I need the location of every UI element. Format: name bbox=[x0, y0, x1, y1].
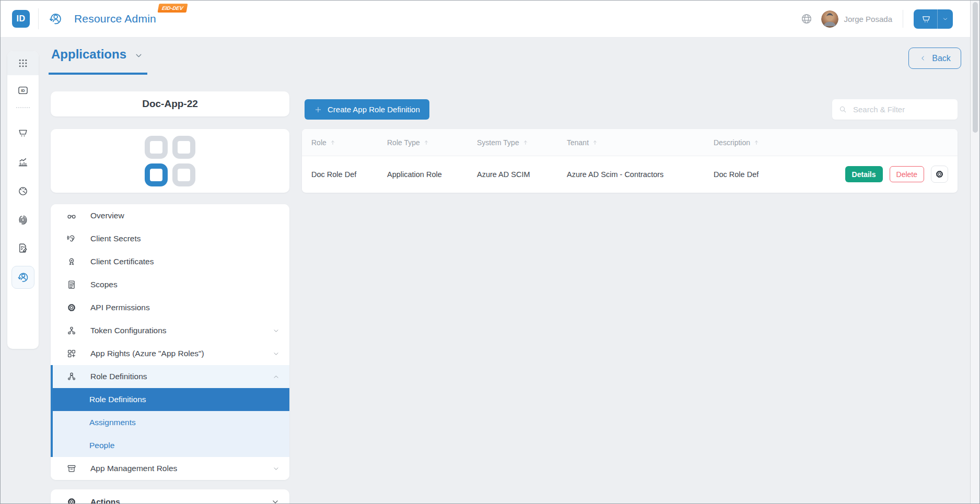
gear-icon bbox=[66, 302, 77, 313]
create-app-role-definition-button[interactable]: Create App Role Definition bbox=[305, 99, 429, 120]
person-network-icon bbox=[66, 371, 77, 382]
scrollbar-thumb[interactable] bbox=[973, 2, 978, 133]
menu-item-client-certificates[interactable]: Client Certificates bbox=[51, 250, 289, 273]
tile-square bbox=[172, 163, 195, 186]
cart-icon bbox=[17, 127, 29, 138]
column-header-tenant[interactable]: Tenant bbox=[557, 138, 704, 147]
back-button[interactable]: Back bbox=[908, 48, 961, 69]
menu-item-api-permissions[interactable]: API Permissions bbox=[51, 296, 289, 319]
chevron-left-icon bbox=[919, 54, 927, 62]
glasses-icon bbox=[66, 210, 77, 221]
chevron-down-icon bbox=[272, 465, 280, 473]
brand-logo[interactable]: ID bbox=[12, 10, 30, 28]
rail-item-cart[interactable] bbox=[17, 127, 29, 138]
role-definitions-table: Role Role Type System Type Tenant Descri… bbox=[302, 129, 958, 193]
tile-square-accent bbox=[145, 163, 168, 186]
id-badge-icon bbox=[17, 85, 29, 96]
create-button-label: Create App Role Definition bbox=[328, 105, 420, 114]
chevron-down-icon bbox=[134, 51, 144, 61]
person-sync-icon bbox=[48, 11, 63, 26]
actions-label: Actions bbox=[90, 497, 120, 504]
header-divider-2 bbox=[903, 10, 903, 28]
row-settings-button[interactable] bbox=[931, 166, 948, 183]
cell-role: Doc Role Def bbox=[302, 170, 378, 179]
menu-item-scopes[interactable]: Scopes bbox=[51, 273, 289, 296]
app-name-card: Doc-App-22 bbox=[51, 91, 289, 116]
menu-item-label: Overview bbox=[90, 211, 124, 220]
gear-icon bbox=[66, 497, 77, 504]
app-section-menu: Overview Client Secrets Client Certifica… bbox=[51, 204, 289, 480]
column-label: Tenant bbox=[567, 138, 589, 147]
menu-item-actions[interactable]: Actions bbox=[51, 489, 289, 504]
menu-subitem-role-definitions[interactable]: Role Definitions bbox=[51, 388, 289, 411]
gauge-icon bbox=[17, 185, 29, 197]
back-button-label: Back bbox=[932, 54, 951, 63]
ear-icon bbox=[66, 233, 77, 244]
column-label: Role Type bbox=[387, 138, 420, 147]
menu-item-app-rights[interactable]: App Rights (Azure "App Roles") bbox=[51, 342, 289, 365]
rail-item-id-badge[interactable] bbox=[17, 85, 29, 96]
rail-item-gauge[interactable] bbox=[17, 185, 29, 197]
active-tab-underline bbox=[49, 73, 147, 75]
delete-button[interactable]: Delete bbox=[890, 166, 924, 182]
header-left: ID Resource Admin EID-DEV bbox=[12, 8, 156, 29]
grid-plus-icon bbox=[66, 348, 77, 359]
column-header-description[interactable]: Description bbox=[704, 138, 958, 147]
search-icon bbox=[838, 105, 847, 114]
document-lines-icon bbox=[66, 279, 77, 290]
rail-item-identity[interactable] bbox=[17, 214, 29, 226]
actions-card: Actions bbox=[51, 489, 289, 504]
menu-subitem-people[interactable]: People bbox=[51, 434, 289, 457]
environment-badge: EID-DEV bbox=[157, 4, 188, 13]
icon-rail bbox=[7, 51, 39, 349]
rail-item-resource-admin-active[interactable] bbox=[11, 266, 34, 289]
app-header: ID Resource Admin EID-DEV Jorge Posada bbox=[1, 1, 971, 38]
globe-icon[interactable] bbox=[800, 13, 813, 25]
tile-square bbox=[172, 136, 195, 159]
search-input[interactable] bbox=[852, 104, 951, 114]
page-title: Applications bbox=[51, 47, 126, 62]
app-title[interactable]: Resource Admin bbox=[74, 13, 156, 25]
sort-asc-icon bbox=[522, 139, 529, 146]
column-label: Description bbox=[714, 138, 750, 147]
chevron-down-icon bbox=[272, 350, 280, 358]
person-sync-icon bbox=[17, 271, 29, 284]
menu-item-client-secrets[interactable]: Client Secrets bbox=[51, 227, 289, 250]
archive-icon bbox=[66, 463, 77, 474]
tile-square bbox=[145, 136, 168, 159]
menu-item-app-management-roles[interactable]: App Management Roles bbox=[51, 457, 289, 480]
header-divider bbox=[38, 8, 39, 29]
document-edit-icon bbox=[17, 242, 29, 254]
menu-item-label: Client Secrets bbox=[90, 234, 141, 243]
chevron-down-icon[interactable] bbox=[942, 16, 949, 22]
menu-item-overview[interactable]: Overview bbox=[51, 204, 289, 227]
menu-item-token-configurations[interactable]: Token Configurations bbox=[51, 319, 289, 342]
menu-subitem-assignments[interactable]: Assignments bbox=[51, 411, 289, 434]
search-filter-box bbox=[832, 99, 958, 120]
sort-asc-icon bbox=[330, 139, 336, 146]
rail-item-analytics[interactable] bbox=[17, 156, 29, 168]
sort-asc-icon bbox=[753, 139, 760, 146]
page-scrollbar[interactable] bbox=[970, 1, 979, 503]
sort-asc-icon bbox=[592, 139, 598, 146]
column-header-role[interactable]: Role bbox=[302, 138, 378, 147]
cell-role-type: Application Role bbox=[378, 170, 468, 179]
page-title-dropdown[interactable]: Applications bbox=[51, 47, 144, 62]
user-name[interactable]: Jorge Posada bbox=[844, 15, 892, 24]
rail-item-audit[interactable] bbox=[17, 242, 29, 254]
apps-launcher-button[interactable] bbox=[7, 51, 39, 75]
apps-grid-icon bbox=[18, 58, 28, 68]
column-header-role-type[interactable]: Role Type bbox=[378, 138, 468, 147]
column-header-system-type[interactable]: System Type bbox=[468, 138, 557, 147]
menu-item-label: People bbox=[89, 441, 114, 450]
cart-button-divider bbox=[937, 9, 938, 29]
menu-item-role-definitions-group[interactable]: Role Definitions bbox=[51, 365, 289, 388]
details-button[interactable]: Details bbox=[845, 166, 883, 182]
app-icon-card bbox=[51, 129, 289, 193]
user-avatar[interactable] bbox=[821, 10, 838, 28]
cell-description: Doc Role Def bbox=[704, 170, 845, 179]
column-label: System Type bbox=[477, 138, 519, 147]
cart-icon bbox=[921, 14, 931, 24]
cart-button[interactable] bbox=[914, 9, 953, 29]
menu-item-label: Role Definitions bbox=[90, 372, 147, 381]
